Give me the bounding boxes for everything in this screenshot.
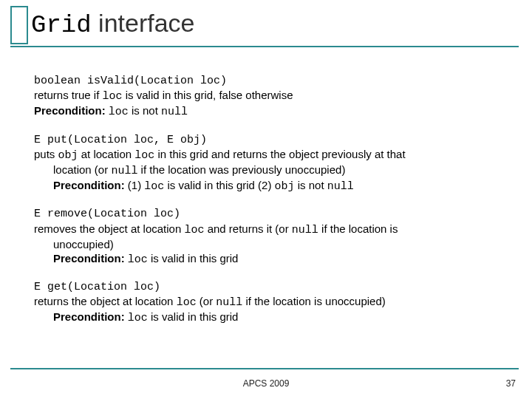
text: if the location is (318, 222, 398, 235)
code-inline: null (216, 296, 242, 309)
method-description: returns the object at location loc (or n… (34, 294, 517, 310)
code-inline: null (292, 224, 318, 236)
code-inline: loc (184, 224, 204, 236)
code-inline: obj (275, 180, 295, 193)
method-description: returns true if loc is valid in this gri… (34, 88, 517, 103)
footer-text: APCS 2009 (0, 378, 532, 389)
text: if the location was previously unoccupie… (137, 163, 345, 176)
code-inline: null (161, 106, 188, 118)
method-precondition: Precondition: loc is valid in this grid (34, 251, 517, 267)
slide-title: Grid interface (31, 9, 194, 39)
precondition-label: Precondition: (53, 310, 128, 323)
method-description-line2: unoccupied) (34, 237, 517, 251)
method-precondition: Precondition: loc is valid in this grid (34, 310, 517, 325)
text: removes the object at location (34, 222, 184, 235)
method-precondition: Precondition: (1) loc is valid in this g… (34, 178, 517, 194)
text: is not (295, 179, 327, 191)
text: returns true if (34, 89, 103, 101)
code-inline: obj (58, 149, 78, 162)
precondition-label: Precondition: (53, 179, 128, 191)
method-signature: E get(Location loc) (34, 280, 517, 294)
text: in this grid and returns the object prev… (154, 148, 405, 160)
text: is not (129, 104, 161, 117)
title-underline (10, 46, 519, 47)
method-description-line2: location (or null if the location was pr… (34, 163, 517, 178)
slide-body: boolean isValid(Location loc) returns tr… (34, 74, 517, 339)
slide: Grid interface boolean isValid(Location … (0, 0, 532, 399)
method-remove: E remove(Location loc) removes the objec… (34, 207, 517, 267)
text: returns the object at location (34, 295, 177, 307)
code-inline: null (111, 165, 137, 177)
code-inline: loc (103, 90, 123, 103)
text: is valid in this grid (148, 252, 239, 265)
method-signature: E put(Location loc, E obj) (34, 133, 517, 147)
code-inline: loc (128, 312, 148, 324)
text: and returns it (or (204, 222, 291, 235)
method-get: E get(Location loc) returns the object a… (34, 280, 517, 326)
title-rest: interface (92, 9, 195, 37)
code-inline: loc (144, 180, 164, 193)
code-inline: loc (109, 106, 129, 118)
text: is valid in this grid, false otherwise (123, 89, 293, 101)
method-description: removes the object at location loc and r… (34, 222, 517, 237)
code-inline: loc (134, 149, 154, 162)
code-inline: null (327, 180, 354, 193)
method-put: E put(Location loc, E obj) puts obj at l… (34, 133, 517, 194)
text: at location (78, 148, 135, 160)
page-number: 37 (506, 378, 516, 389)
code-inline: loc (128, 253, 148, 266)
precondition-label: Precondition: (53, 252, 128, 265)
method-signature: boolean isValid(Location loc) (34, 74, 517, 88)
text: if the location is unoccupied) (242, 295, 385, 307)
precondition-label: Precondition: (34, 104, 109, 117)
title-accent-box (10, 6, 28, 44)
method-precondition: Precondition: loc is not null (34, 103, 517, 119)
code-inline: loc (177, 296, 197, 309)
text: location (or (53, 163, 111, 176)
text: (or (197, 295, 216, 307)
method-signature: E remove(Location loc) (34, 207, 517, 221)
text: (1) (128, 179, 145, 191)
text: puts (34, 148, 58, 160)
title-code: Grid (31, 11, 92, 39)
method-description: puts obj at location loc in this grid an… (34, 147, 517, 163)
method-isvalid: boolean isValid(Location loc) returns tr… (34, 74, 517, 120)
text: is valid in this grid (2) (164, 179, 274, 191)
text: is valid in this grid (148, 310, 239, 323)
footer-rule (10, 368, 519, 369)
